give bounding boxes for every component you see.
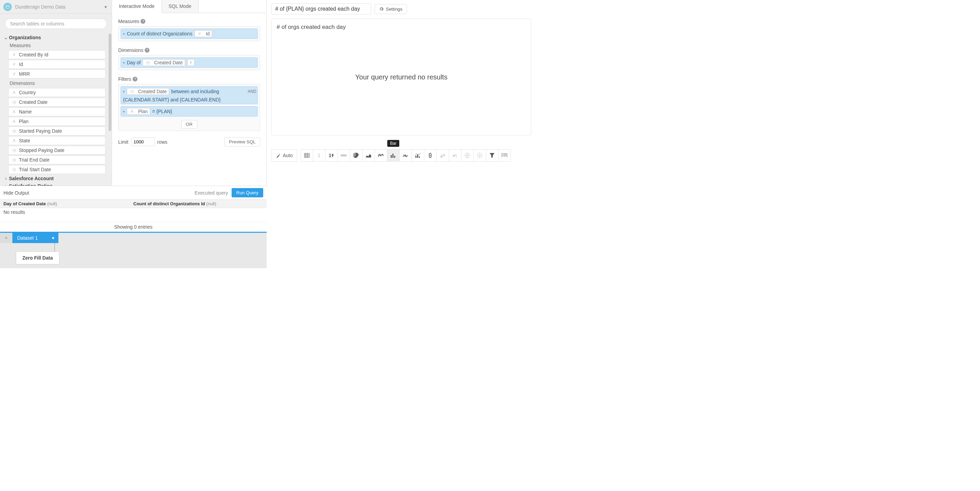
chevron-down-icon: ▾ [123, 32, 125, 36]
settings-button[interactable]: Settings [375, 4, 407, 14]
help-icon[interactable]: ? [140, 19, 145, 24]
help-icon[interactable]: ? [133, 77, 137, 81]
text-icon: A [11, 109, 17, 114]
chart-type-image-icon[interactable] [499, 149, 511, 162]
table-node-satisfaction-rating[interactable]: ›Satisfaction Rating [3, 182, 108, 186]
chevron-down-icon: ⌄ [3, 35, 8, 40]
filter-field-chip[interactable]: ◷Created Date [127, 88, 169, 95]
dimensions-dropzone[interactable]: ▾ Day of ◷Created Date ↑ [118, 55, 260, 70]
chart-type-map-icon[interactable] [474, 149, 486, 162]
field-id[interactable]: #Id [8, 60, 105, 69]
clock-icon: ◷ [11, 148, 17, 153]
chevron-right-icon: › [3, 183, 8, 186]
svg-point-11 [442, 155, 442, 155]
dimensions-section-label: Dimensions? [118, 48, 260, 53]
chart-type-table-icon[interactable] [301, 149, 313, 162]
field-started-paying-date[interactable]: ◷Started Paying Date [8, 126, 105, 136]
chart-type-combo-icon[interactable] [412, 149, 424, 162]
clock-icon: ◷ [145, 60, 151, 65]
svg-point-13 [444, 154, 444, 155]
hash-icon: # [197, 31, 202, 36]
filter-field-chip[interactable]: APlan [127, 108, 150, 115]
dimension-field-chip[interactable]: ◷Created Date [143, 59, 185, 66]
svg-point-16 [453, 155, 455, 157]
limit-input[interactable] [131, 137, 154, 146]
no-results-message: Your query returned no results [355, 73, 447, 81]
pipeline-connector [54, 243, 55, 251]
arrow-up-icon: ↑ [190, 60, 192, 65]
chart-auto-button[interactable]: Auto [272, 149, 297, 162]
help-icon[interactable]: ? [145, 48, 150, 53]
gear-icon [379, 6, 384, 11]
chart-type-spark-bar-icon[interactable] [399, 149, 412, 162]
svg-rect-2 [340, 155, 347, 156]
dimension-pill[interactable]: ▾ Day of ◷Created Date ↑ [121, 57, 258, 68]
field-mrr[interactable]: #MRR [8, 69, 105, 78]
chart-type-line-icon[interactable] [375, 149, 387, 162]
chart-type-gauge-icon[interactable] [338, 149, 350, 162]
measure-field-chip[interactable]: #Id [194, 30, 212, 37]
chart-type-funnel-icon[interactable] [486, 149, 499, 162]
filters-dropzone[interactable]: AND ▾ ◷Created Date between and includin… [118, 84, 260, 131]
chevron-right-icon: › [3, 176, 8, 181]
chart-card-title: # of orgs created each day [277, 24, 526, 30]
preview-sql-button[interactable]: Preview SQL [224, 137, 260, 147]
chart-type-box-icon[interactable] [424, 149, 437, 162]
tab-interactive-mode[interactable]: Interactive Mode [112, 0, 162, 13]
run-query-button[interactable]: Run Query [232, 188, 263, 198]
clock-icon: ◷ [11, 129, 17, 134]
table-node-salesforce-account[interactable]: ›Salesforce Account [3, 175, 108, 182]
clock-icon: ◷ [129, 89, 135, 94]
chart-type-area-icon[interactable] [363, 149, 375, 162]
database-name: Dundersign Demo Data [15, 4, 65, 10]
clock-icon: ◷ [11, 167, 17, 172]
svg-point-0 [6, 5, 9, 6]
svg-point-17 [455, 154, 457, 155]
or-button[interactable]: OR [181, 120, 197, 129]
field-country[interactable]: ACountry [8, 88, 105, 97]
hide-output-toggle[interactable]: Hide Output [3, 190, 29, 196]
hash-icon: # [11, 52, 17, 57]
filter-pill-created-date[interactable]: ▾ ◷Created Date between and including {C… [121, 86, 258, 104]
pipeline-node-zero-fill[interactable]: Zero Fill Data [16, 251, 59, 265]
scrollbar[interactable] [108, 34, 111, 131]
table-node-organizations[interactable]: ⌄ Organizations [3, 34, 108, 41]
tab-sql-mode[interactable]: SQL Mode [162, 0, 199, 13]
field-state[interactable]: AState [8, 136, 105, 145]
field-stopped-paying-date[interactable]: ◷Stopped Paying Date [8, 146, 105, 155]
chevron-down-icon: ▾ [123, 110, 125, 113]
field-plan[interactable]: APlan [8, 117, 105, 126]
results-empty: No results [0, 208, 267, 222]
svg-point-14 [444, 155, 445, 156]
field-created-date[interactable]: ◷Created Date [8, 98, 105, 107]
chevron-down-icon: ▾ [52, 235, 54, 241]
add-dataset-button[interactable]: ＋ [0, 233, 13, 243]
filter-pill-plan[interactable]: ▾ APlan = {PLAN} [121, 106, 258, 116]
field-trial-end-date[interactable]: ◷Trial End Date [8, 155, 105, 164]
chart-type-globe-icon[interactable] [461, 149, 474, 162]
field-created-by-id[interactable]: #Created By Id [8, 50, 105, 59]
sort-asc-chip[interactable]: ↑ [187, 59, 194, 66]
field-name[interactable]: AName [8, 107, 105, 116]
chart-type-bar-icon[interactable]: Bar [387, 149, 399, 162]
svg-point-15 [441, 157, 442, 158]
chart-type-single-value-trend-icon[interactable]: 1 [325, 149, 338, 162]
chart-type-pie-icon[interactable] [350, 149, 363, 162]
text-icon: A [11, 119, 17, 124]
and-operator[interactable]: AND [248, 89, 256, 94]
chart-type-bubble-icon[interactable] [449, 149, 461, 162]
search-input[interactable] [5, 19, 107, 29]
database-selector[interactable]: Dundersign Demo Data ▾ [0, 0, 112, 14]
chart-title-input[interactable] [272, 3, 371, 14]
measures-dropzone[interactable]: ▾ Count of distinct Organizations #Id [118, 26, 260, 41]
dataset-tab[interactable]: Dataset 1 ▾ [13, 233, 59, 243]
clock-icon: ◷ [11, 158, 17, 162]
svg-point-18 [456, 156, 457, 158]
executed-query-status: Executed query [194, 190, 228, 196]
svg-rect-1 [304, 153, 309, 158]
chart-type-single-value-icon[interactable]: 1 [313, 149, 325, 162]
field-trial-start-date[interactable]: ◷Trial Start Date [8, 165, 105, 174]
clock-icon: ◷ [11, 100, 17, 105]
chart-type-scatter-icon[interactable] [437, 149, 449, 162]
measure-pill[interactable]: ▾ Count of distinct Organizations #Id [121, 29, 258, 39]
